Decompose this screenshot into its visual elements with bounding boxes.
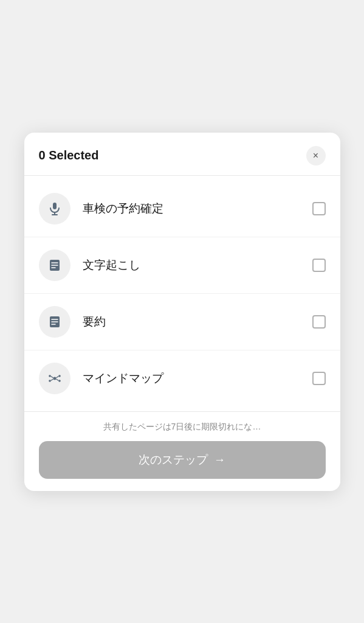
selection-modal: 0 Selected × 車検の予約確定 bbox=[24, 133, 340, 491]
svg-line-18 bbox=[56, 376, 58, 378]
svg-rect-0 bbox=[53, 203, 57, 209]
close-button[interactable]: × bbox=[306, 146, 326, 165]
svg-point-12 bbox=[49, 375, 51, 377]
svg-point-14 bbox=[58, 375, 61, 377]
document-list-icon bbox=[39, 249, 70, 281]
next-step-button[interactable]: 次のステップ → bbox=[39, 441, 326, 479]
next-step-label: 次のステップ bbox=[139, 452, 208, 468]
microphone-icon bbox=[39, 193, 70, 224]
modal-header: 0 Selected × bbox=[24, 133, 340, 176]
item-checkbox-mindmap[interactable] bbox=[312, 372, 326, 385]
item-checkbox-summary[interactable] bbox=[312, 315, 326, 329]
item-label-mindmap: マインドマップ bbox=[83, 371, 312, 386]
item-checkbox-vehicle[interactable] bbox=[312, 202, 326, 215]
summary-icon bbox=[39, 306, 70, 338]
item-checkbox-transcription[interactable] bbox=[312, 259, 326, 272]
svg-line-17 bbox=[50, 379, 53, 381]
item-label-vehicle: 車検の予約確定 bbox=[83, 201, 312, 217]
list-item[interactable]: マインドマップ bbox=[24, 350, 340, 406]
mind-map-icon bbox=[39, 363, 70, 394]
modal-title: 0 Selected bbox=[39, 148, 99, 162]
item-label-summary: 要約 bbox=[83, 314, 312, 330]
close-icon: × bbox=[313, 150, 318, 161]
list-item[interactable]: 車検の予約確定 bbox=[24, 181, 340, 237]
items-list: 車検の予約確定 文字起こし bbox=[24, 176, 340, 411]
svg-point-15 bbox=[58, 380, 61, 382]
svg-point-11 bbox=[53, 377, 56, 380]
list-item[interactable]: 文字起こし bbox=[24, 237, 340, 294]
modal-footer: 共有したページは7日後に期限切れにな… 次のステップ → bbox=[24, 411, 340, 491]
item-label-transcription: 文字起こし bbox=[83, 257, 312, 273]
svg-point-13 bbox=[49, 380, 51, 382]
svg-line-16 bbox=[50, 376, 53, 378]
list-item[interactable]: 要約 bbox=[24, 294, 340, 350]
next-step-arrow-icon: → bbox=[214, 453, 225, 467]
footer-notice: 共有したページは7日後に期限切れにな… bbox=[39, 422, 326, 433]
svg-line-19 bbox=[56, 379, 58, 381]
